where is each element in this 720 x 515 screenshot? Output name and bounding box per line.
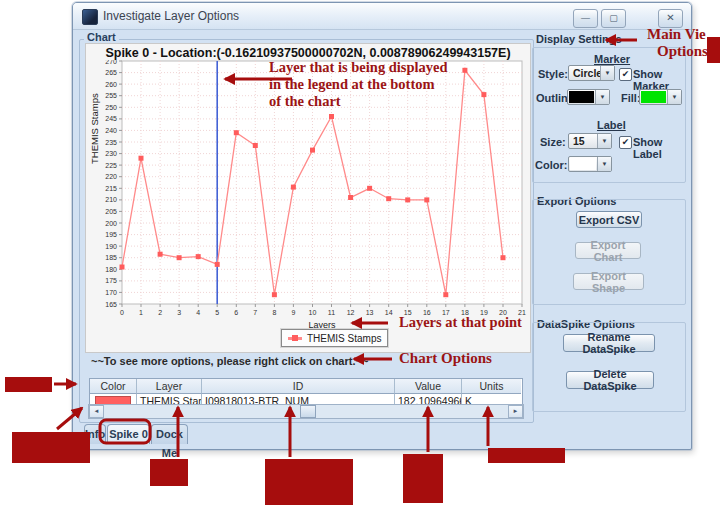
svg-text:260: 260 [105, 81, 117, 88]
svg-text:15: 15 [404, 309, 412, 316]
style-label: Style: [538, 68, 565, 80]
column-header-value[interactable]: Value [395, 379, 462, 394]
outline-color-combobox[interactable]: ▼ [567, 89, 610, 105]
label-size-combobox[interactable]: 15 ▼ [568, 133, 612, 149]
window-title: Investigate Layer Options [103, 9, 239, 23]
marker-section-heading: Marker [594, 53, 630, 65]
legend-series-label: THEMIS Stamps [307, 333, 381, 344]
redacted-label-box-value [403, 454, 443, 503]
column-header-units[interactable]: Units [462, 379, 521, 394]
svg-text:4: 4 [196, 309, 200, 316]
close-button[interactable]: ✕ [658, 9, 683, 28]
svg-text:200: 200 [105, 220, 117, 227]
app-icon [82, 9, 98, 25]
chart-options-hint: ~~To see more options, please right clic… [91, 355, 368, 367]
svg-text:240: 240 [105, 127, 117, 134]
chart-panel-label: Chart [84, 31, 119, 43]
svg-text:250: 250 [105, 104, 117, 111]
svg-text:225: 225 [105, 162, 117, 169]
label-color-label: Color: [535, 159, 565, 171]
svg-text:16: 16 [423, 309, 431, 316]
svg-text:205: 205 [105, 208, 117, 215]
y-axis-label: THEMIS Stamps [89, 93, 100, 164]
svg-text:0: 0 [120, 309, 124, 316]
svg-text:21: 21 [518, 309, 526, 316]
chevron-down-icon[interactable]: ▼ [597, 157, 611, 171]
table-horizontal-scrollbar[interactable]: ◄ ► [88, 404, 524, 419]
marker-style-combobox[interactable]: Circle ▼ [568, 65, 615, 81]
scroll-left-button[interactable]: ◄ [89, 405, 104, 418]
svg-text:13: 13 [366, 309, 374, 316]
svg-text:5: 5 [215, 309, 219, 316]
tab-spike-0[interactable]: Spike 0 [107, 424, 150, 444]
scroll-right-button[interactable]: ► [508, 405, 523, 418]
svg-text:235: 235 [105, 139, 117, 146]
column-header-color[interactable]: Color [90, 379, 137, 394]
chevron-down-icon[interactable]: ▼ [597, 134, 611, 148]
chevron-down-icon[interactable]: ▼ [667, 90, 681, 104]
chart-area[interactable]: Spike 0 - Location:(-0.16210937500000702… [85, 43, 531, 353]
tab-dock-me[interactable]: Dock Me [151, 424, 188, 444]
svg-text:215: 215 [105, 185, 117, 192]
show-label-checkbox[interactable]: ✔ [619, 136, 632, 149]
svg-text:12: 12 [347, 309, 355, 316]
label-color-swatch [570, 158, 596, 170]
svg-text:17: 17 [442, 309, 450, 316]
scrollbar-thumb[interactable] [300, 405, 316, 418]
chevron-down-icon[interactable]: ▼ [600, 66, 614, 80]
display-settings-title: Display Settings [534, 33, 624, 45]
svg-text:220: 220 [105, 173, 117, 180]
redacted-label-box-id [265, 459, 353, 505]
minimize-button[interactable]: — [573, 9, 598, 28]
size-label: Size: [540, 136, 565, 148]
export-shape-button: Export Shape [573, 273, 644, 290]
svg-text:210: 210 [105, 196, 117, 203]
svg-text:185: 185 [105, 254, 117, 261]
svg-text:3: 3 [177, 309, 181, 316]
chart-legend[interactable]: THEMIS Stamps [281, 329, 388, 347]
show-label-label: Show Label [633, 136, 691, 160]
svg-text:175: 175 [105, 277, 117, 284]
svg-text:20: 20 [499, 309, 507, 316]
titlebar[interactable]: Investigate Layer Options — ▢ ✕ [73, 3, 691, 30]
export-chart-button: Export Chart [575, 242, 641, 259]
table-header-row[interactable]: Color Layer ID Value Units [90, 379, 522, 394]
svg-text:18: 18 [461, 309, 469, 316]
fill-label: Fill: [621, 92, 637, 104]
scroll-right-icon: ► [513, 408, 519, 414]
delete-dataspike-button[interactable]: Delete DataSpike [566, 371, 654, 389]
redacted-label-box-main-view [707, 37, 720, 63]
svg-text:2: 2 [158, 309, 162, 316]
scroll-left-icon: ◄ [94, 408, 100, 414]
svg-text:9: 9 [291, 309, 295, 316]
svg-text:1: 1 [139, 309, 143, 316]
export-csv-button[interactable]: Export CSV [576, 211, 642, 228]
show-marker-checkbox[interactable]: ✔ [619, 68, 632, 81]
chart-title: Spike 0 - Location:(-0.16210937500000702… [86, 46, 530, 60]
svg-text:170: 170 [105, 289, 117, 296]
svg-text:190: 190 [105, 243, 117, 250]
column-header-id[interactable]: ID [202, 379, 395, 394]
redacted-label-box-header [5, 377, 52, 392]
svg-text:180: 180 [105, 266, 117, 273]
tab-info[interactable]: Info [84, 424, 106, 444]
svg-text:8: 8 [272, 309, 276, 316]
screenshot-root: Investigate Layer Options — ▢ ✕ Chart Sp… [0, 0, 720, 515]
rename-dataspike-button[interactable]: Rename DataSpike [563, 334, 655, 352]
svg-text:270: 270 [105, 60, 117, 65]
svg-text:14: 14 [385, 309, 393, 316]
fill-color-combobox[interactable]: ▼ [639, 89, 682, 105]
svg-text:10: 10 [309, 309, 317, 316]
svg-text:195: 195 [105, 231, 117, 238]
svg-text:6: 6 [234, 309, 238, 316]
svg-text:230: 230 [105, 150, 117, 157]
label-section-heading: Label [597, 119, 626, 131]
label-color-combobox[interactable]: ▼ [568, 156, 612, 172]
marker-style-value: Circle [569, 66, 600, 80]
maximize-button[interactable]: ▢ [601, 9, 626, 28]
svg-text:11: 11 [328, 309, 335, 316]
investigate-layer-options-window: Investigate Layer Options — ▢ ✕ Chart Sp… [72, 2, 692, 450]
column-header-layer[interactable]: Layer [137, 379, 202, 394]
spike-line-chart[interactable]: 1651701751801851901952002052102152202252… [86, 60, 530, 332]
chevron-down-icon[interactable]: ▼ [595, 90, 609, 104]
